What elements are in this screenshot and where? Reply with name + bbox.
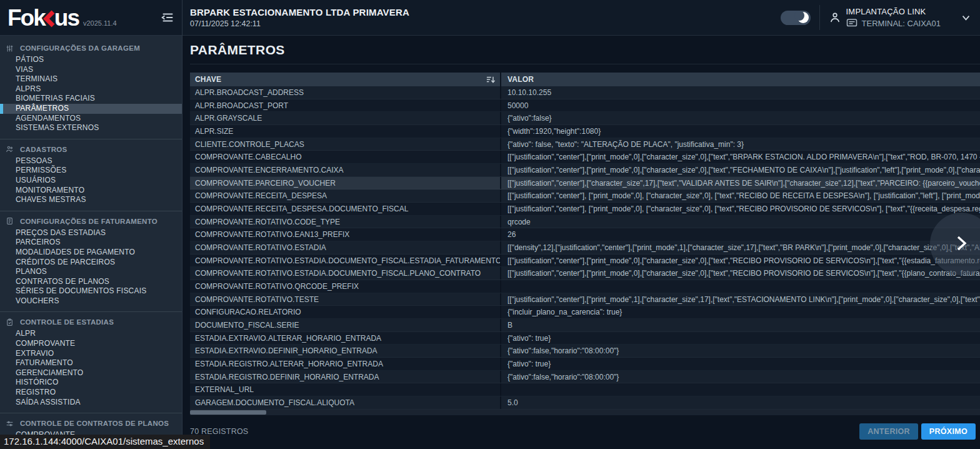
param-value-cell: [["justification","center"], ["print_mod…	[501, 191, 980, 200]
store-info: BRPARK ESTACIONAMENTO LTDA PRIMAVERA 07/…	[190, 7, 781, 28]
table-row[interactable]: COMPROVANTE.ENCERRAMENTO.CAIXA [["justif…	[190, 164, 980, 177]
user-name: IMPLANTAÇÃO LINK	[846, 7, 941, 16]
menu-collapse-icon[interactable]	[159, 9, 176, 26]
table-row[interactable]: COMPROVANTE.PARCEIRO_VOUCHER [["justific…	[190, 177, 980, 190]
sidebar-nav: CONFIGURAÇÕES DA GARAGEM PÁTIOSVIASTERMI…	[0, 36, 182, 449]
topbar-right: IMPLANTAÇÃO LINK TERMINAL: CAIXA01	[781, 5, 971, 30]
sidebar-item-usuarios[interactable]: USUÁRIOS	[0, 176, 182, 186]
table-row[interactable]: COMPROVANTE.RECEITA_DESPESA.DOCUMENTO_FI…	[190, 203, 980, 216]
table-row[interactable]: COMPROVANTE.ROTATIVO.ESTADIA [["density"…	[190, 241, 980, 255]
sidebar-item-parametros[interactable]: PARÂMETROS	[0, 104, 182, 114]
sidebar-item-patios[interactable]: PÁTIOS	[0, 55, 182, 65]
sidebar-item-planos[interactable]: PLANOS	[0, 267, 182, 277]
sidebar-item-gerenciamento[interactable]: GERENCIAMENTO	[0, 368, 182, 378]
previous-page-button[interactable]: ANTERIOR	[859, 423, 918, 440]
sidebar-item-contratos-de-planos[interactable]: CONTRATOS DE PLANOS	[0, 277, 182, 287]
table-row[interactable]: COMPROVANTE.ROTATIVO.ESTADIA.DOCUMENTO_F…	[190, 255, 980, 268]
sidebar-item-historico[interactable]: HISTÓRICO	[0, 378, 182, 388]
table-row[interactable]: COMPROVANTE.ROTATIVO.ESTADIA.DOCUMENTO_F…	[190, 267, 980, 280]
sidebar-item-precos-das-estadias[interactable]: PREÇOS DAS ESTADIAS	[0, 228, 182, 238]
table-footer: 70 REGISTROS ANTERIOR PRÓXIMO	[190, 423, 976, 440]
horizontal-scrollbar-thumb[interactable]	[190, 410, 266, 415]
table-row[interactable]: COMPROVANTE.ROTATIVO.EAN13_PREFIX 26	[190, 228, 980, 241]
param-key-cell: EXTERNAL_URL	[190, 383, 501, 396]
table-row[interactable]: CLIENTE.CONTROLE_PLACAS {"ativo": false,…	[190, 138, 980, 151]
contract-sliders-icon	[6, 419, 14, 428]
sidebar-item-registro[interactable]: REGISTRO	[0, 388, 182, 398]
horizontal-scrollbar	[190, 410, 980, 415]
param-key-cell: ESTADIA.EXTRAVIO.ALTERAR_HORARIO_ENTRADA	[190, 332, 501, 345]
sidebar-item-chaves-mestras[interactable]: CHAVES MESTRAS	[0, 195, 182, 205]
sidebar: Fokus v2025.11.4 CONFIGURAÇÕES DA GARAGE…	[0, 0, 182, 449]
sidebar-item-faturamento[interactable]: FATURAMENTO	[0, 358, 182, 368]
sidebar-item-permissoes[interactable]: PERMISSÕES	[0, 166, 182, 176]
sidebar-item-extravio[interactable]: EXTRAVIO	[0, 349, 182, 359]
next-page-button[interactable]: PRÓXIMO	[921, 423, 976, 440]
param-key-cell: COMPROVANTE.ENCERRAMENTO.CAIXA	[190, 164, 501, 176]
param-value-cell: [["justification","center"],["print_mode…	[501, 153, 980, 161]
table-row[interactable]: ESTADIA.REGISTRO.ALTERAR_HORARIO_ENTRADA…	[190, 358, 980, 371]
table-row[interactable]: EXTERNAL_URL	[190, 383, 980, 396]
sidebar-item-parceiros[interactable]: PARCEIROS	[0, 238, 182, 248]
param-value-cell: {"ativo": true}	[501, 360, 980, 368]
table-row[interactable]: COMPROVANTE.CABECALHO [["justification",…	[190, 151, 980, 164]
param-key-cell: ESTADIA.REGISTRO.DEFINIR_HORARIO_ENTRADA	[190, 371, 501, 383]
table-row[interactable]: ESTADIA.EXTRAVIO.DEFINIR_HORARIO_ENTRADA…	[190, 345, 980, 358]
table-row[interactable]: ALPR.BROADCAST_PORT 50000	[190, 99, 980, 113]
table-row[interactable]: ALPR.BROADCAST_ADDRESS 10.10.10.255	[190, 86, 980, 99]
chevron-down-icon[interactable]	[961, 13, 971, 23]
section-items: PREÇOS DAS ESTADIASPARCEIROSMODALIDADES …	[0, 228, 182, 306]
table-row[interactable]: ESTADIA.EXTRAVIO.ALTERAR_HORARIO_ENTRADA…	[190, 332, 980, 345]
param-key-cell: COMPROVANTE.RECEITA_DESPESA.DOCUMENTO_FI…	[190, 203, 501, 215]
terminal-icon	[846, 18, 858, 28]
sidebar-item-comprovante[interactable]: COMPROVANTE	[0, 339, 182, 349]
sidebar-item-vias[interactable]: VIAS	[0, 65, 182, 75]
param-value-cell: [["justification","center"],["print_mode…	[501, 295, 980, 304]
param-key-cell: CLIENTE.CONTROLE_PLACAS	[190, 138, 501, 151]
sidebar-item-creditos-de-parceiros[interactable]: CRÉDITOS DE PARCEIROS	[0, 258, 182, 268]
column-header-chave[interactable]: CHAVE	[190, 73, 501, 86]
param-key-cell: ESTADIA.REGISTRO.ALTERAR_HORARIO_ENTRADA	[190, 358, 501, 370]
sidebar-item-monitoramento[interactable]: MONITORAMENTO	[0, 186, 182, 196]
param-key-cell: COMPROVANTE.ROTATIVO.ESTADIA	[190, 241, 501, 254]
table-row[interactable]: COMPROVANTE.RECEITA_DESPESA [["justifica…	[190, 189, 980, 203]
user-menu[interactable]: IMPLANTAÇÃO LINK TERMINAL: CAIXA01	[829, 7, 941, 28]
dark-mode-toggle[interactable]	[781, 11, 811, 25]
table-row[interactable]: GARAGEM.DOCUMENTO_FISCAL.ALIQUOTA 5.0	[190, 396, 980, 410]
user-info: IMPLANTAÇÃO LINK TERMINAL: CAIXA01	[846, 7, 941, 28]
sidebar-section-header: CONFIGURAÇÕES DE FATURAMENTO	[0, 216, 182, 228]
param-value-cell: [["density",12],["justification","center…	[501, 243, 980, 252]
table-row[interactable]: ESTADIA.REGISTRO.DEFINIR_HORARIO_ENTRADA…	[190, 371, 980, 384]
param-value-cell: {"ativo": true}	[501, 334, 980, 343]
title-divider	[190, 64, 980, 64]
parameters-table: CHAVE VALOR ALPR.BROADCAST_ADDRESS 10.10…	[190, 73, 980, 415]
sidebar-item-vouchers[interactable]: VOUCHERS	[0, 296, 182, 306]
sort-icon[interactable]	[486, 76, 495, 84]
table-row[interactable]: ALPR.GRAYSCALE {"ativo":false}	[190, 112, 980, 125]
clipboard-check-icon	[6, 318, 14, 326]
logo-text-left: Fo	[8, 6, 33, 29]
table-row[interactable]: DOCUMENTO_FISCAL.SERIE B	[190, 319, 980, 332]
sidebar-item-terminais[interactable]: TERMINAIS	[0, 74, 182, 84]
sidebar-item-alpr[interactable]: ALPR	[0, 329, 182, 339]
sidebar-item-series-de-documentos-fiscais[interactable]: SÉRIES DE DOCUMENTOS FISCAIS	[0, 286, 182, 296]
table-row[interactable]: ALPR.SIZE {"width":1920,"height":1080}	[190, 125, 980, 138]
sidebar-item-alprs[interactable]: ALPRS	[0, 84, 182, 94]
sidebar-item-pessoas[interactable]: PESSOAS	[0, 156, 182, 166]
column-header-valor[interactable]: VALOR	[501, 75, 980, 84]
sidebar-item-modalidades-de-pagamento[interactable]: MODALIDADES DE PAGAMENTO	[0, 248, 182, 258]
main-content: PARÂMETROS CHAVE VALOR ALPR.BROA	[182, 36, 980, 449]
table-row[interactable]: COMPROVANTE.ROTATIVO.CODE_TYPE qrcode	[190, 216, 980, 229]
param-key-cell: ESTADIA.EXTRAVIO.DEFINIR_HORARIO_ENTRADA	[190, 345, 501, 357]
table-row[interactable]: CONFIGURACAO.RELATORIO {"incluir_plano_n…	[190, 306, 980, 319]
sidebar-item-biometrias-faciais[interactable]: BIOMETRIAS FACIAIS	[0, 94, 182, 104]
sidebar-item-agendamentos[interactable]: AGENDAMENTOS	[0, 114, 182, 124]
param-value-cell: {"ativo": false, "texto": "ALTERAÇÃO DE …	[501, 140, 980, 149]
param-value-cell: {"ativo":false}	[501, 114, 980, 123]
table-row[interactable]: COMPROVANTE.ROTATIVO.TESTE [["justificat…	[190, 293, 980, 306]
table-row[interactable]: COMPROVANTE.ROTATIVO.QRCODE_PREFIX	[190, 280, 980, 293]
sidebar-item-sistemas-externos[interactable]: SISTEMAS EXTERNOS	[0, 123, 182, 133]
sidebar-item-saida-assistida[interactable]: SAÍDA ASSISTIDA	[0, 398, 182, 408]
param-value-cell: {"ativo":false,"horario":"08:00:00"}	[501, 346, 980, 355]
moon-icon	[798, 12, 809, 23]
